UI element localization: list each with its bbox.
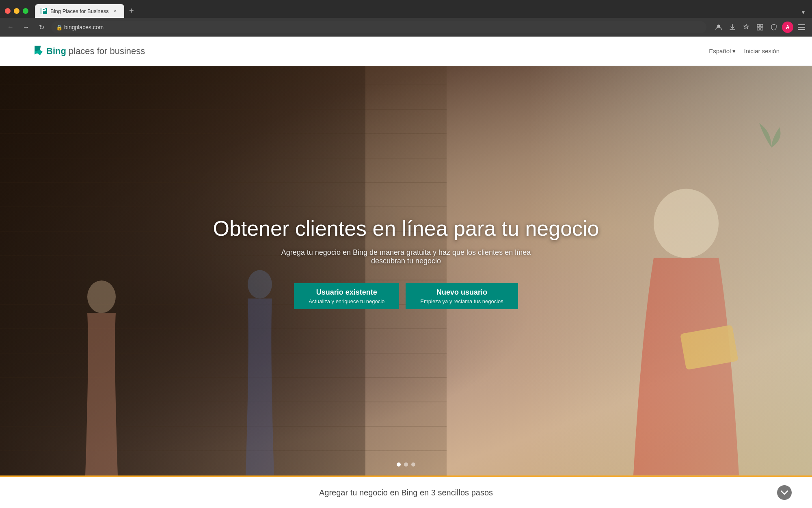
window-controls <box>5 8 28 18</box>
carousel-dot-2[interactable] <box>404 462 408 467</box>
svg-rect-7 <box>798 29 805 30</box>
address-input[interactable] <box>51 21 706 33</box>
new-user-button[interactable]: Nuevo usuario Empieza ya y reclama tus n… <box>406 283 518 309</box>
svg-rect-5 <box>798 24 805 25</box>
bottom-section: Agregar tu negocio en Bing en 3 sencillo… <box>0 475 812 508</box>
svg-rect-2 <box>760 24 763 27</box>
hero-section: Obtener clientes en línea para tu negoci… <box>0 66 812 475</box>
expand-button[interactable] <box>777 485 792 500</box>
tab-close-button[interactable]: × <box>112 8 119 14</box>
svg-rect-6 <box>798 27 805 28</box>
download-icon-button[interactable] <box>727 22 738 33</box>
language-label: Español <box>709 48 731 54</box>
window-maximize-button[interactable] <box>23 8 28 14</box>
new-user-sub-label: Empieza ya y reclama tus negocios <box>420 298 503 304</box>
logo-rest-text: places for business <box>66 46 145 56</box>
svg-rect-1 <box>757 24 760 27</box>
back-button[interactable]: ← <box>5 22 16 33</box>
header-nav: Español ▾ Iniciar sesión <box>709 48 780 55</box>
carousel-dot-1[interactable] <box>397 462 401 467</box>
address-bar: ← → ↻ 🔒 <box>0 18 812 37</box>
existing-user-main-label: Usuario existente <box>316 288 377 297</box>
language-chevron-icon: ▾ <box>732 48 736 55</box>
site-header: Bing places for business Español ▾ Inici… <box>0 37 812 66</box>
svg-rect-4 <box>760 28 763 30</box>
menu-button[interactable] <box>796 22 807 33</box>
chevron-down-icon <box>781 490 788 495</box>
login-button[interactable]: Iniciar sesión <box>744 48 780 54</box>
toolbar-icons: A <box>713 22 807 33</box>
language-selector[interactable]: Español ▾ <box>709 48 736 55</box>
carousel-dot-3[interactable] <box>411 462 415 467</box>
logo-text: Bing places for business <box>46 46 145 56</box>
tab-bar: Bing Places for Business × + ▾ <box>0 0 812 18</box>
tab-favicon-icon <box>41 8 47 14</box>
new-user-main-label: Nuevo usuario <box>436 288 487 297</box>
reload-button[interactable]: ↻ <box>36 22 47 33</box>
tabs-dropdown-button[interactable]: ▾ <box>799 7 807 18</box>
hero-title: Obtener clientes en línea para tu negoci… <box>213 216 599 241</box>
existing-user-sub-label: Actualiza y enriquece tu negocio <box>309 298 384 304</box>
forward-button[interactable]: → <box>20 22 32 33</box>
browser-chrome: Bing Places for Business × + ▾ ← → ↻ 🔒 <box>0 0 812 37</box>
hero-content: Obtener clientes en línea para tu negoci… <box>0 66 812 475</box>
bottom-section-text: Agregar tu negocio en Bing en 3 sencillo… <box>319 488 493 497</box>
window-minimize-button[interactable] <box>14 8 19 14</box>
star-icon-button[interactable] <box>741 22 752 33</box>
tab-title-text: Bing Places for Business <box>50 8 109 14</box>
shield-icon-button[interactable] <box>768 22 780 33</box>
address-container: 🔒 <box>51 21 706 33</box>
logo-bing-text: Bing <box>46 46 66 56</box>
existing-user-button[interactable]: Usuario existente Actualiza y enriquece … <box>294 283 399 309</box>
hero-subtitle: Agrega tu negocio en Bing de manera grat… <box>264 248 548 265</box>
new-tab-button[interactable]: + <box>126 5 137 16</box>
lock-icon: 🔒 <box>56 24 63 30</box>
active-tab[interactable]: Bing Places for Business × <box>35 4 124 18</box>
hero-buttons: Usuario existente Actualiza y enriquece … <box>294 283 518 309</box>
svg-rect-3 <box>757 28 760 30</box>
website-content: Bing places for business Español ▾ Inici… <box>0 37 812 508</box>
bing-b-icon <box>32 45 45 57</box>
window-close-button[interactable] <box>5 8 11 14</box>
bing-logo[interactable]: Bing places for business <box>32 45 145 57</box>
account-icon-button[interactable] <box>713 22 724 33</box>
profile-button[interactable]: A <box>782 22 793 33</box>
carousel-dots <box>397 462 415 467</box>
extensions-icon-button[interactable] <box>754 22 766 33</box>
